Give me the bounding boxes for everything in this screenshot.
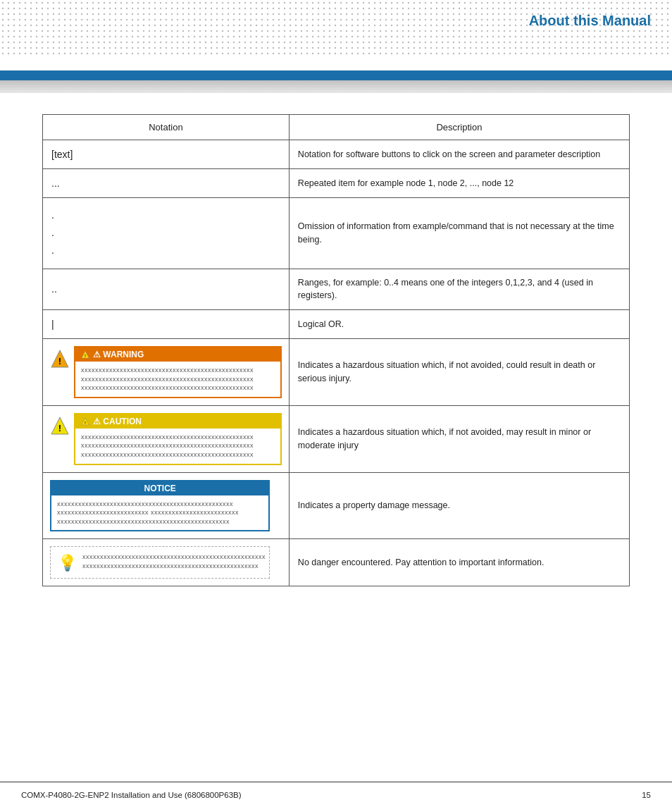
tip-x-line1: xxxxxxxxxxxxxxxxxxxxxxxxxxxxxxxxxxxxxxxx… [82, 553, 266, 562]
main-content: Notation Description [text] Notation for… [0, 93, 672, 629]
description-cell: Indicates a hazardous situation which, i… [289, 405, 629, 472]
table-row: ... Omission of information from example… [43, 198, 630, 269]
table-row: ... Repeated item for example node 1, no… [43, 169, 630, 198]
table-row: NOTICE xxxxxxxxxxxxxxxxxxxxxxxxxxxxxxxxx… [43, 472, 630, 539]
description-cell: Notation for software buttons to click o… [289, 140, 629, 169]
description-cell: Indicates a property damage message. [289, 472, 629, 539]
warning-triangle-icon: ! [50, 349, 70, 369]
blue-bar [0, 70, 672, 80]
notation-cell: | [43, 310, 290, 339]
page-title: About this Manual [529, 13, 651, 29]
caution-x-line2: xxxxxxxxxxxxxxxxxxxxxxxxxxxxxxxxxxxxxxxx… [81, 441, 275, 450]
tip-box: 💡 xxxxxxxxxxxxxxxxxxxxxxxxxxxxxxxxxxxxxx… [50, 546, 270, 579]
notice-box: NOTICE xxxxxxxxxxxxxxxxxxxxxxxxxxxxxxxxx… [50, 480, 270, 532]
table-row: 💡 xxxxxxxxxxxxxxxxxxxxxxxxxxxxxxxxxxxxxx… [43, 539, 630, 586]
col-header-description: Description [289, 115, 629, 140]
warning-box: ! ⚠ WARNING xxxxxxxxxxxxxxxxxxxxxxxxxxxx… [74, 346, 282, 398]
caution-x-line1: xxxxxxxxxxxxxxxxxxxxxxxxxxxxxxxxxxxxxxxx… [81, 433, 275, 442]
svg-text:!: ! [58, 356, 61, 366]
description-cell: Repeated item for example node 1, node 2… [289, 169, 629, 198]
svg-text:!: ! [58, 423, 61, 433]
notice-x-line3: xxxxxxxxxxxxxxxxxxxxxxxxxxxxxxxxxxxxxxxx… [57, 517, 263, 526]
notation-cell: .. [43, 269, 290, 310]
caution-body: xxxxxxxxxxxxxxxxxxxxxxxxxxxxxxxxxxxxxxxx… [75, 429, 280, 464]
description-cell: Indicates a hazardous situation which, i… [289, 339, 629, 406]
notice-body: xxxxxxxxxxxxxxxxxxxxxxxxxxxxxxxxxxxxxxxx… [51, 495, 268, 531]
tip-x-line2: xxxxxxxxxxxxxxxxxxxxxxxxxxxxxxxxxxxxxxxx… [82, 562, 266, 571]
table-row: ! ! ⚠ CAUTION [43, 405, 630, 472]
description-cell: Logical OR. [289, 310, 629, 339]
notation-warning: ! ! ⚠ WARNING [43, 339, 290, 406]
footer-left-text: COMX-P4080-2G-ENP2 Installation and Use … [21, 791, 242, 799]
warning-x-line3: xxxxxxxxxxxxxxxxxxxxxxxxxxxxxxxxxxxxxxxx… [81, 383, 275, 393]
caution-header: ! ⚠ CAUTION [75, 414, 280, 429]
caution-x-line3: xxxxxxxxxxxxxxxxxxxxxxxxxxxxxxxxxxxxxxxx… [81, 450, 275, 460]
notation-caution: ! ! ⚠ CAUTION [43, 405, 290, 472]
warning-x-line1: xxxxxxxxxxxxxxxxxxxxxxxxxxxxxxxxxxxxxxxx… [81, 366, 275, 375]
header-area: About this Manual [0, 0, 672, 70]
notation-tip: 💡 xxxxxxxxxxxxxxxxxxxxxxxxxxxxxxxxxxxxxx… [43, 539, 290, 586]
svg-text:!: ! [85, 420, 86, 424]
tip-lightbulb-icon: 💡 [58, 554, 77, 572]
col-header-notation: Notation [43, 115, 290, 140]
footer-page-number: 15 [642, 791, 651, 799]
warning-body: xxxxxxxxxxxxxxxxxxxxxxxxxxxxxxxxxxxxxxxx… [75, 362, 280, 397]
table-row: | Logical OR. [43, 310, 630, 339]
table-row: [text] Notation for software buttons to … [43, 140, 630, 169]
caution-box: ! ⚠ CAUTION xxxxxxxxxxxxxxxxxxxxxxxxxxxx… [74, 413, 282, 465]
table-row: .. Ranges, for example: 0..4 means one o… [43, 269, 630, 310]
description-cell: Ranges, for example: 0..4 means one of t… [289, 269, 629, 310]
notation-notice: NOTICE xxxxxxxxxxxxxxxxxxxxxxxxxxxxxxxxx… [43, 472, 290, 539]
notice-x-line2: xxxxxxxxxxxxxxxxxxxxxxxxxx xxxxxxxxxxxxx… [57, 508, 263, 517]
caution-icon-small: ! [81, 417, 89, 426]
warning-icon-small: ! [81, 350, 89, 359]
notation-cell: ... [43, 169, 290, 198]
notation-table: Notation Description [text] Notation for… [42, 114, 630, 586]
notation-cell: ... [43, 198, 290, 269]
warning-label: ⚠ WARNING [93, 350, 144, 359]
svg-text:!: ! [85, 354, 86, 358]
warning-header: ! ⚠ WARNING [75, 347, 280, 362]
tip-text-area: xxxxxxxxxxxxxxxxxxxxxxxxxxxxxxxxxxxxxxxx… [82, 553, 266, 570]
notice-header: NOTICE [51, 481, 268, 495]
caution-triangle-icon: ! [50, 416, 70, 436]
warning-x-line2: xxxxxxxxxxxxxxxxxxxxxxxxxxxxxxxxxxxxxxxx… [81, 375, 275, 384]
table-row: ! ! ⚠ WARNING [43, 339, 630, 406]
notation-cell: [text] [43, 140, 290, 169]
footer: COMX-P4080-2G-ENP2 Installation and Use … [0, 782, 672, 807]
notice-x-line1: xxxxxxxxxxxxxxxxxxxxxxxxxxxxxxxxxxxxxxxx… [57, 500, 263, 509]
description-cell: No danger encountered. Pay attention to … [289, 539, 629, 586]
caution-label: ⚠ CAUTION [93, 417, 142, 426]
gray-strip [0, 80, 672, 93]
description-cell: Omission of information from example/com… [289, 198, 629, 269]
